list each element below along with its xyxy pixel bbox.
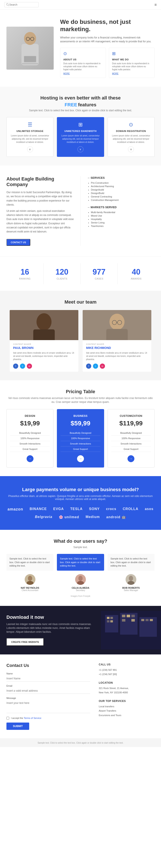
belgravia-logo: Belgravia xyxy=(35,515,53,519)
hamburger-menu-icon[interactable]: ≡ xyxy=(154,3,157,7)
stat-ranking-label: RANKING xyxy=(8,277,41,280)
call-us-block: CALL US +1 (234) 567 891 +1 (234) 567 [0… xyxy=(99,663,155,676)
call-line-2: +1 (234) 567 [00] xyxy=(99,673,155,676)
bandwidth-name: UNMETERED BANDWIDTH xyxy=(60,130,101,132)
crocs-logo: crocs xyxy=(106,507,116,512)
download-bg-svg xyxy=(101,611,161,650)
mike-twitter-icon[interactable]: t xyxy=(93,364,98,369)
testimonials-section: What do our users say? Sample text. Samp… xyxy=(0,530,161,606)
about-heading: About Eagle Building Company xyxy=(6,176,74,187)
features-subtitle: Sample text. Click to select the text bo… xyxy=(6,109,155,112)
what-box-text: Duis aute irure dolor in reprehenderit i… xyxy=(112,62,151,71)
list-item: Multi-family Residential xyxy=(91,211,155,214)
paul-social: f t in xyxy=(13,364,75,369)
list-item: Construction Management xyxy=(91,199,155,201)
storage-desc: Lorem ipsum dolor sit amet, consectetur … xyxy=(10,134,50,144)
message-input[interactable] xyxy=(6,700,90,713)
domain-chevron[interactable]: ∨ xyxy=(128,146,134,152)
team-card-body-mike: CONTENT MAKER MIKE RICHMOND Iste amet er… xyxy=(83,340,151,372)
name-input[interactable] xyxy=(6,676,90,682)
mike-instagram-icon[interactable]: in xyxy=(100,364,105,369)
storage-icon: ☰ xyxy=(10,122,50,128)
mike-facebook-icon[interactable]: f xyxy=(86,364,91,369)
paul-instagram-icon[interactable]: in xyxy=(27,364,32,369)
search-bar[interactable] xyxy=(4,2,39,7)
submit-button[interactable]: SUBMIT xyxy=(6,722,29,730)
hero-person-svg xyxy=(17,28,43,68)
testimonial-nat: Sample text. Click to select the text bo… xyxy=(6,554,54,591)
create-free-website-button[interactable]: CREATE FREE WEBSITE xyxy=(6,638,44,646)
download-heading: Download it now xyxy=(6,615,94,620)
markets-title: → MARKETS SERVED xyxy=(87,206,155,209)
paul-facebook-icon[interactable]: f xyxy=(13,364,18,369)
message-label: Message xyxy=(6,697,90,699)
mike-name: MIKE RICHMOND xyxy=(86,346,148,349)
feature-card-bandwidth: ⊞ UNMETERED BANDWIDTH Lorem ipsum dolor … xyxy=(57,117,104,157)
tos-checkbox: I accept the Terms of Service xyxy=(6,717,90,719)
address-line-2: New York, NY 102100-4000 xyxy=(99,691,155,694)
tos-checkbox-input[interactable] xyxy=(6,717,9,719)
team-image-paul xyxy=(10,310,78,340)
svg-rect-43 xyxy=(146,619,149,621)
list-item: Senior Living xyxy=(91,221,155,224)
what-icon: ⊞ xyxy=(112,51,151,56)
stat-awards: 40 AWARDS xyxy=(118,263,155,284)
custom-select-button[interactable]: → xyxy=(128,455,134,462)
design-select-button[interactable]: → xyxy=(27,455,33,462)
custom-f3: Great Support xyxy=(111,446,151,452)
celia-name: CELIA ALMEDA xyxy=(57,587,104,589)
svg-line-1 xyxy=(8,5,9,6)
services-title: OUR TOP SERVICES xyxy=(99,700,155,703)
svg-point-21 xyxy=(28,576,32,581)
domain-name: DOMAIN REGISTRATION xyxy=(111,130,151,132)
business-f2: Smooth Interactions xyxy=(61,441,100,446)
svg-rect-41 xyxy=(131,619,135,622)
business-f1: 100% Responsive xyxy=(61,436,100,441)
list-item: Design/build xyxy=(91,188,155,191)
stat-clients-label: CLIENTS xyxy=(46,277,78,280)
svg-rect-35 xyxy=(107,620,109,622)
email-field: Email xyxy=(6,684,90,694)
tos-label: I accept the Terms of Service xyxy=(11,717,41,719)
business-plan: BUSINESS xyxy=(61,414,100,417)
testimonial-celia: Sample text. Click to select the text bo… xyxy=(57,554,104,591)
contact-us-button[interactable]: CONTACT US xyxy=(6,239,30,246)
pricing-design: DESIGN $19,99 Beautifully Designed 100% … xyxy=(6,409,54,467)
team-section: Meet our team CONTENT MAKER PAUL BROWN I… xyxy=(0,291,161,380)
markets-list: Multi-family Residential Mixed Use Hospi… xyxy=(87,211,155,227)
search-input[interactable] xyxy=(9,3,35,6)
design-price: $19,99 xyxy=(10,420,50,427)
location-block: LOCATION 321 Rock Street, 21 Avenue, New… xyxy=(99,681,155,694)
call-line-1: +1 (234) 567 891 xyxy=(99,668,155,672)
about-box-text: Duis aute irure dolor in reprehenderit i… xyxy=(63,62,103,71)
amazon-logo: amazon xyxy=(7,507,23,512)
medium-logo: Medium xyxy=(86,515,100,519)
email-input[interactable] xyxy=(6,688,90,694)
bandwidth-chevron[interactable]: ∨ xyxy=(77,146,84,152)
business-f0: Beautifully Designed xyxy=(61,430,100,436)
download-content: Download it now Laoreet leo integer male… xyxy=(0,606,101,654)
design-f2: Smooth Interactions xyxy=(10,441,50,446)
mike-desc: Iste amet eros libero molestie arcu et o… xyxy=(86,351,148,361)
features-heading: Hosting is even better with all these xyxy=(6,95,155,101)
contact-heading: Contact Us xyxy=(6,663,90,668)
stat-awards-label: AWARDS xyxy=(120,277,153,280)
what-box-link[interactable]: MORE xyxy=(112,72,151,75)
paul-portrait xyxy=(10,310,78,340)
android-logo: android 🤖 xyxy=(106,515,126,519)
stat-cases-label: CASES xyxy=(83,277,116,280)
tos-link[interactable]: Terms of Service xyxy=(24,717,41,719)
team-card-paul: CONTENT MAKER PAUL BROWN Iste amet eros … xyxy=(10,310,78,372)
svg-rect-10 xyxy=(22,63,38,64)
hero-image xyxy=(6,27,54,70)
custom-price: $119,99 xyxy=(111,420,151,427)
footer-text: Sample text. Click to select the text bo… xyxy=(6,742,155,744)
business-select-button[interactable]: → xyxy=(77,455,84,462)
bob-avatar-svg xyxy=(126,574,136,585)
pricing-grid: DESIGN $19,99 Beautifully Designed 100% … xyxy=(6,409,155,467)
paul-twitter-icon[interactable]: t xyxy=(20,364,25,369)
bob-avatar xyxy=(126,574,136,585)
about-box-link[interactable]: MORE xyxy=(63,72,103,75)
svg-rect-16 xyxy=(106,329,128,340)
storage-chevron[interactable]: ∨ xyxy=(27,146,33,152)
